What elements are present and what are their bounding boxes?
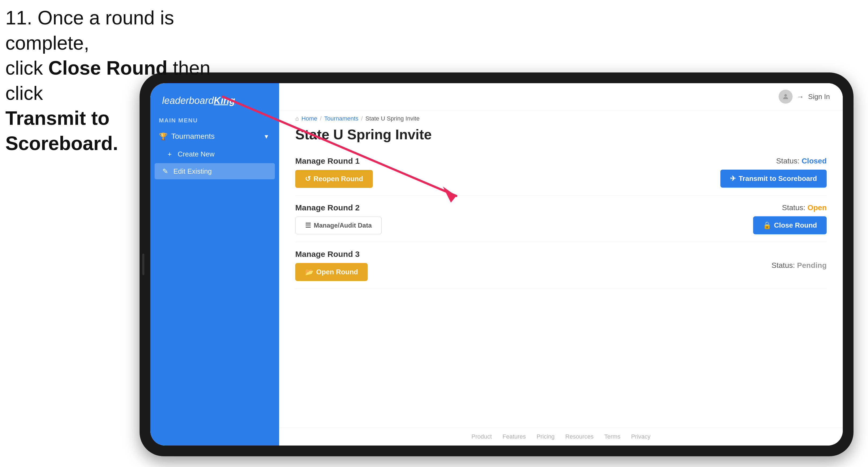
sign-in-label: Sign In <box>808 93 830 101</box>
top-bar: → Sign In <box>279 83 843 110</box>
breadcrumb-sep1: / <box>320 115 321 122</box>
round-1-status-value: Closed <box>802 157 827 165</box>
footer: Product Features Pricing Resources Terms… <box>279 428 843 445</box>
open-round-label: Open Round <box>316 268 358 276</box>
edit-existing-label: Edit Existing <box>174 167 212 176</box>
round-1-status: Status: Closed <box>776 157 827 165</box>
manage-audit-button[interactable]: ☰ Manage/Audit Data <box>295 217 382 234</box>
instruction-line1: 11. Once a round is complete, <box>5 7 174 54</box>
close-round-label: Close Round <box>774 221 817 229</box>
svg-point-0 <box>784 94 787 97</box>
lock-icon: 🔒 <box>763 221 771 229</box>
footer-pricing[interactable]: Pricing <box>536 433 555 440</box>
content-area: Manage Round 1 ↺ Reopen Round Status: Cl… <box>279 149 843 428</box>
breadcrumb-home[interactable]: Home <box>302 115 317 122</box>
transmit-scoreboard-label: Transmit to Scoreboard <box>739 175 817 183</box>
edit-icon: ✎ <box>161 167 169 176</box>
round-2-title: Manage Round 2 <box>295 203 382 212</box>
open-round-button[interactable]: 📂 Open Round <box>295 263 368 281</box>
reopen-round-button[interactable]: ↺ Reopen Round <box>295 170 373 188</box>
breadcrumb: ⌂ Home / Tournaments / State U Spring In… <box>279 110 843 124</box>
breadcrumb-sep2: / <box>361 115 363 122</box>
breadcrumb-current: State U Spring Invite <box>365 115 420 122</box>
round-2-right: Status: Open 🔒 Close Round <box>753 204 827 234</box>
transmit-icon: ✈ <box>730 175 736 183</box>
round-1-right: Status: Closed ✈ Transmit to Scoreboard <box>720 157 827 188</box>
close-round-button[interactable]: 🔒 Close Round <box>753 216 827 234</box>
footer-features[interactable]: Features <box>502 433 526 440</box>
tablet-frame: leaderboardKing MAIN MENU 🏆 Tournaments … <box>140 72 854 456</box>
folder-icon: 📂 <box>305 268 313 276</box>
round-2-status-value: Open <box>807 204 827 212</box>
reopen-round-label: Reopen Round <box>313 175 363 183</box>
sign-in-arrow-icon: → <box>797 93 804 101</box>
breadcrumb-tournaments[interactable]: Tournaments <box>324 115 358 122</box>
round-1-left: Manage Round 1 ↺ Reopen Round <box>295 156 373 188</box>
instruction-close-round: Close Round <box>48 57 167 79</box>
page-title: State U Spring Invite <box>279 124 843 149</box>
round-1-row: Manage Round 1 ↺ Reopen Round Status: Cl… <box>295 149 827 196</box>
round-3-title: Manage Round 3 <box>295 250 368 259</box>
sign-in-area[interactable]: → Sign In <box>779 90 830 103</box>
instruction-text: 11. Once a round is complete, click Clos… <box>5 5 220 156</box>
footer-resources[interactable]: Resources <box>565 433 593 440</box>
app-layout: leaderboardKing MAIN MENU 🏆 Tournaments … <box>150 83 843 445</box>
round-3-row: Manage Round 3 📂 Open Round Status: Pend… <box>295 242 827 289</box>
round-3-status-value: Pending <box>797 261 827 270</box>
round-2-status: Status: Open <box>782 204 827 212</box>
footer-privacy[interactable]: Privacy <box>631 433 650 440</box>
round-2-left: Manage Round 2 ☰ Manage/Audit Data <box>295 203 382 234</box>
audit-icon: ☰ <box>305 222 311 229</box>
instruction-line2-pre: click <box>5 57 48 79</box>
transmit-to-scoreboard-button[interactable]: ✈ Transmit to Scoreboard <box>720 169 827 188</box>
round-3-left: Manage Round 3 📂 Open Round <box>295 250 368 281</box>
instruction-transmit: Transmit to Scoreboard. <box>5 107 118 154</box>
sidebar-edit-existing[interactable]: ✎ Edit Existing <box>155 163 275 179</box>
home-icon: ⌂ <box>295 115 299 122</box>
footer-terms[interactable]: Terms <box>604 433 621 440</box>
round-1-title: Manage Round 1 <box>295 156 373 165</box>
round-3-right: Status: Pending <box>772 261 827 270</box>
main-content: → Sign In ⌂ Home / Tournaments / State U… <box>279 83 843 445</box>
avatar <box>779 90 793 103</box>
footer-product[interactable]: Product <box>471 433 492 440</box>
round-2-row: Manage Round 2 ☰ Manage/Audit Data Statu… <box>295 196 827 242</box>
manage-audit-label: Manage/Audit Data <box>314 222 372 229</box>
tablet-screen: leaderboardKing MAIN MENU 🏆 Tournaments … <box>150 83 843 445</box>
reopen-icon: ↺ <box>305 175 311 183</box>
tablet-side-button <box>142 254 145 275</box>
chevron-down-icon: ▾ <box>262 132 271 141</box>
round-3-status: Status: Pending <box>772 261 827 270</box>
